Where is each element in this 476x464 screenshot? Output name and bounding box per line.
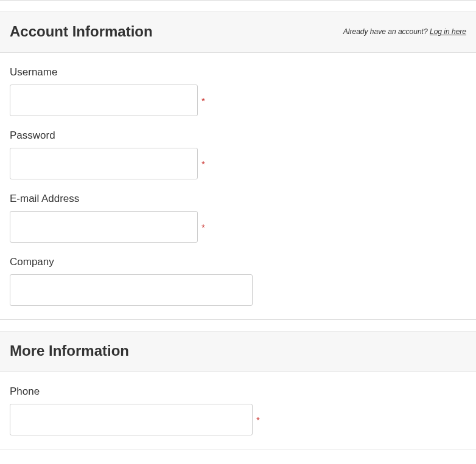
account-information-body: Username * Password * E-mail Address * C… (0, 53, 476, 319)
username-label: Username (10, 66, 466, 78)
phone-input[interactable] (10, 404, 253, 435)
phone-label: Phone (10, 386, 466, 398)
password-label: Password (10, 130, 466, 142)
email-input[interactable] (10, 211, 198, 243)
top-divider (0, 0, 476, 1)
more-information-section: More Information Phone * (0, 331, 476, 449)
more-information-body: Phone * (0, 372, 476, 449)
email-label: E-mail Address (10, 193, 466, 205)
login-prompt-text: Already have an account? (343, 27, 430, 36)
password-input[interactable] (10, 148, 198, 179)
required-indicator: * (201, 159, 205, 169)
section-title: Account Information (10, 23, 153, 40)
phone-field: Phone * (10, 386, 466, 435)
account-information-header: Account Information Already have an acco… (0, 12, 476, 53)
required-indicator: * (201, 95, 205, 106)
required-indicator: * (201, 222, 205, 232)
username-input[interactable] (10, 85, 198, 116)
login-link[interactable]: Log in here (430, 27, 466, 36)
required-indicator: * (256, 415, 260, 425)
password-field: Password * (10, 130, 466, 179)
login-prompt: Already have an account? Log in here (343, 27, 466, 36)
more-information-header: More Information (0, 331, 476, 372)
company-label: Company (10, 256, 466, 268)
company-field: Company (10, 256, 466, 306)
section-title: More Information (10, 342, 129, 359)
account-information-section: Account Information Already have an acco… (0, 12, 476, 320)
company-input[interactable] (10, 274, 253, 306)
email-field: E-mail Address * (10, 193, 466, 243)
username-field: Username * (10, 66, 466, 116)
